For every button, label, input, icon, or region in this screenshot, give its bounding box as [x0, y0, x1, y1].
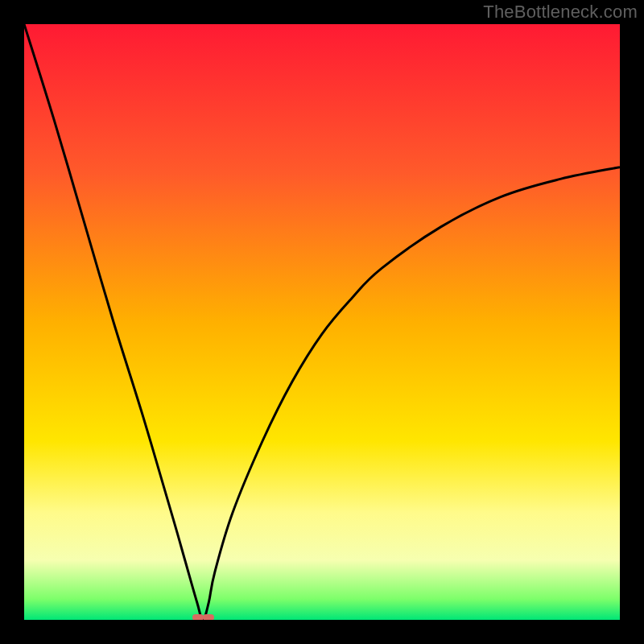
svg-rect-0 [192, 614, 204, 620]
bottleneck-chart [24, 24, 620, 620]
watermark-text: TheBottleneck.com [483, 2, 638, 23]
svg-rect-1 [203, 614, 214, 620]
plot-area [24, 24, 620, 620]
chart-frame: TheBottleneck.com [0, 0, 644, 644]
